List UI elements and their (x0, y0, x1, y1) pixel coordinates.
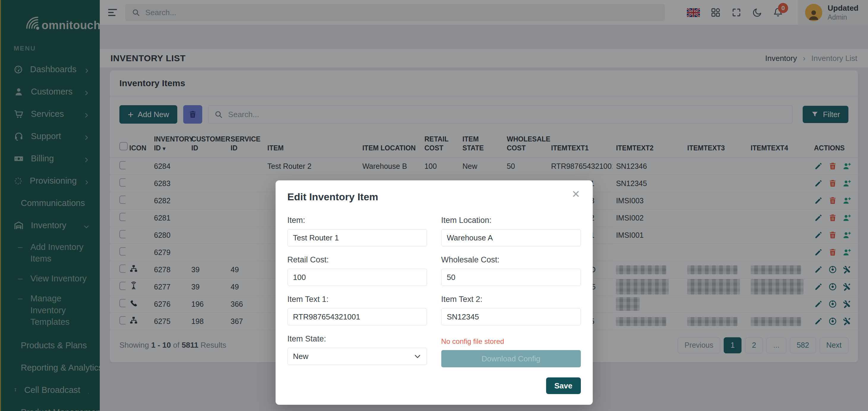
item-state-label: Item State: (287, 334, 427, 344)
item-input[interactable] (287, 229, 427, 246)
item-text2-label: Item Text 2: (441, 295, 581, 304)
retail-cost-label: Retail Cost: (287, 255, 427, 264)
config-note: No config file stored (441, 337, 581, 346)
chevron-down-icon (414, 352, 422, 360)
item-location-input[interactable] (441, 229, 581, 246)
retail-cost-input[interactable] (287, 269, 427, 286)
item-state-select[interactable]: New (287, 348, 427, 365)
wholesale-cost-label: Wholesale Cost: (441, 255, 581, 264)
download-config-button[interactable]: Download Config (441, 350, 581, 367)
item-location-label: Item Location: (441, 216, 581, 225)
close-icon[interactable]: ✕ (570, 189, 582, 199)
item-text1-input[interactable] (287, 308, 427, 325)
edit-inventory-item-modal: ✕ Edit Inventory Item Item: Item Locatio… (276, 180, 593, 405)
item-text2-input[interactable] (441, 308, 581, 325)
item-text1-label: Item Text 1: (287, 295, 427, 304)
save-button[interactable]: Save (546, 377, 581, 394)
wholesale-cost-input[interactable] (441, 269, 581, 286)
item-label: Item: (287, 216, 427, 225)
modal-title: Edit Inventory Item (287, 191, 581, 203)
